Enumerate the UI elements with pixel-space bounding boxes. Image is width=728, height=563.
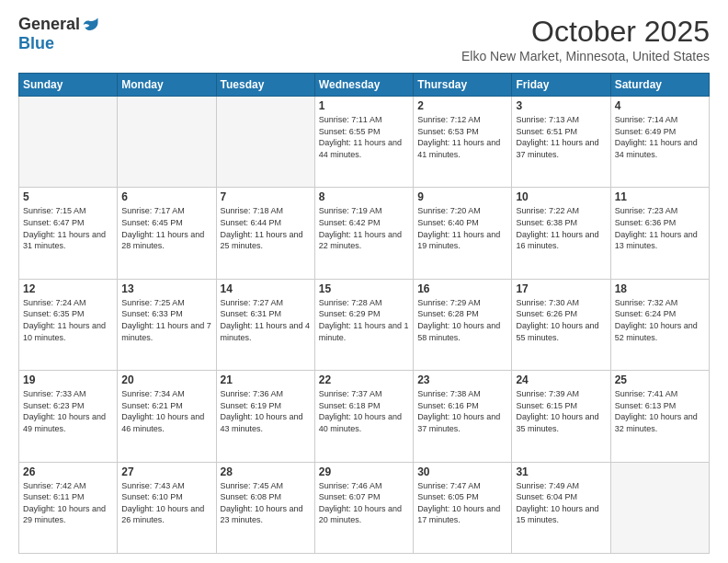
day-number: 23 xyxy=(417,373,507,386)
day-number: 30 xyxy=(417,465,507,478)
day-of-week-header: Saturday xyxy=(610,74,709,97)
day-info: Sunrise: 7:42 AMSunset: 6:11 PMDaylight:… xyxy=(23,480,113,526)
calendar-day-cell: 5Sunrise: 7:15 AMSunset: 6:47 PMDaylight… xyxy=(19,188,118,279)
day-number: 12 xyxy=(23,282,113,295)
day-number: 26 xyxy=(23,465,113,478)
day-info: Sunrise: 7:20 AMSunset: 6:40 PMDaylight:… xyxy=(417,205,507,251)
day-info: Sunrise: 7:11 AMSunset: 6:55 PMDaylight:… xyxy=(319,114,409,160)
calendar-table: SundayMondayTuesdayWednesdayThursdayFrid… xyxy=(18,73,710,554)
calendar-day-cell: 9Sunrise: 7:20 AMSunset: 6:40 PMDaylight… xyxy=(414,188,512,279)
calendar-day-cell: 13Sunrise: 7:25 AMSunset: 6:33 PMDayligh… xyxy=(118,279,216,370)
day-info: Sunrise: 7:27 AMSunset: 6:31 PMDaylight:… xyxy=(221,297,311,343)
calendar-day-cell: 14Sunrise: 7:27 AMSunset: 6:31 PMDayligh… xyxy=(216,279,314,370)
calendar-header-row: SundayMondayTuesdayWednesdayThursdayFrid… xyxy=(19,74,710,97)
day-info: Sunrise: 7:12 AMSunset: 6:53 PMDaylight:… xyxy=(417,114,507,160)
day-info: Sunrise: 7:39 AMSunset: 6:15 PMDaylight:… xyxy=(516,388,606,434)
day-number: 4 xyxy=(615,99,705,112)
day-number: 5 xyxy=(23,190,113,203)
day-number: 2 xyxy=(417,99,507,112)
day-info: Sunrise: 7:19 AMSunset: 6:42 PMDaylight:… xyxy=(319,205,409,251)
day-info: Sunrise: 7:25 AMSunset: 6:33 PMDaylight:… xyxy=(121,297,211,343)
calendar-day-cell: 10Sunrise: 7:22 AMSunset: 6:38 PMDayligh… xyxy=(512,188,610,279)
calendar-week-row: 1Sunrise: 7:11 AMSunset: 6:55 PMDaylight… xyxy=(19,97,710,188)
calendar-week-row: 19Sunrise: 7:33 AMSunset: 6:23 PMDayligh… xyxy=(19,371,710,462)
calendar-day-cell: 12Sunrise: 7:24 AMSunset: 6:35 PMDayligh… xyxy=(19,279,118,370)
calendar-day-cell: 8Sunrise: 7:19 AMSunset: 6:42 PMDaylight… xyxy=(314,188,413,279)
day-of-week-header: Wednesday xyxy=(314,74,413,97)
day-number: 19 xyxy=(23,373,113,386)
logo-bird-icon xyxy=(82,16,100,34)
day-number: 9 xyxy=(417,190,507,203)
day-info: Sunrise: 7:49 AMSunset: 6:04 PMDaylight:… xyxy=(516,480,606,526)
logo-general-text: General xyxy=(18,15,80,34)
day-number: 1 xyxy=(319,99,409,112)
calendar-day-cell: 30Sunrise: 7:47 AMSunset: 6:05 PMDayligh… xyxy=(414,462,512,553)
day-of-week-header: Tuesday xyxy=(216,74,314,97)
calendar-day-cell: 24Sunrise: 7:39 AMSunset: 6:15 PMDayligh… xyxy=(512,371,610,462)
calendar-day-cell: 2Sunrise: 7:12 AMSunset: 6:53 PMDaylight… xyxy=(414,97,512,188)
calendar-day-cell xyxy=(610,462,709,553)
day-info: Sunrise: 7:45 AMSunset: 6:08 PMDaylight:… xyxy=(221,480,311,526)
day-info: Sunrise: 7:36 AMSunset: 6:19 PMDaylight:… xyxy=(221,388,311,434)
calendar-week-row: 26Sunrise: 7:42 AMSunset: 6:11 PMDayligh… xyxy=(19,462,710,553)
calendar-day-cell: 28Sunrise: 7:45 AMSunset: 6:08 PMDayligh… xyxy=(216,462,314,553)
day-info: Sunrise: 7:29 AMSunset: 6:28 PMDaylight:… xyxy=(417,297,507,343)
day-number: 27 xyxy=(121,465,211,478)
calendar-day-cell: 19Sunrise: 7:33 AMSunset: 6:23 PMDayligh… xyxy=(19,371,118,462)
day-number: 17 xyxy=(516,282,606,295)
day-info: Sunrise: 7:32 AMSunset: 6:24 PMDaylight:… xyxy=(615,297,705,343)
day-info: Sunrise: 7:18 AMSunset: 6:44 PMDaylight:… xyxy=(221,205,311,251)
calendar-day-cell: 29Sunrise: 7:46 AMSunset: 6:07 PMDayligh… xyxy=(314,462,413,553)
calendar-day-cell: 1Sunrise: 7:11 AMSunset: 6:55 PMDaylight… xyxy=(314,97,413,188)
logo: General Blue xyxy=(18,15,100,53)
day-info: Sunrise: 7:13 AMSunset: 6:51 PMDaylight:… xyxy=(516,114,606,160)
day-number: 29 xyxy=(319,465,409,478)
day-number: 24 xyxy=(516,373,606,386)
calendar-day-cell: 18Sunrise: 7:32 AMSunset: 6:24 PMDayligh… xyxy=(610,279,709,370)
day-of-week-header: Sunday xyxy=(19,74,118,97)
calendar-day-cell: 25Sunrise: 7:41 AMSunset: 6:13 PMDayligh… xyxy=(610,371,709,462)
day-of-week-header: Monday xyxy=(118,74,216,97)
day-number: 20 xyxy=(121,373,211,386)
day-info: Sunrise: 7:28 AMSunset: 6:29 PMDaylight:… xyxy=(319,297,409,343)
day-info: Sunrise: 7:34 AMSunset: 6:21 PMDaylight:… xyxy=(121,388,211,434)
header: General Blue October 2025 Elko New Marke… xyxy=(18,15,710,63)
day-of-week-header: Thursday xyxy=(414,74,512,97)
page: General Blue October 2025 Elko New Marke… xyxy=(0,0,728,563)
calendar-week-row: 12Sunrise: 7:24 AMSunset: 6:35 PMDayligh… xyxy=(19,279,710,370)
day-number: 25 xyxy=(615,373,705,386)
day-number: 31 xyxy=(516,465,606,478)
day-of-week-header: Friday xyxy=(512,74,610,97)
calendar-day-cell: 21Sunrise: 7:36 AMSunset: 6:19 PMDayligh… xyxy=(216,371,314,462)
day-number: 8 xyxy=(319,190,409,203)
day-info: Sunrise: 7:47 AMSunset: 6:05 PMDaylight:… xyxy=(417,480,507,526)
day-info: Sunrise: 7:14 AMSunset: 6:49 PMDaylight:… xyxy=(615,114,705,160)
calendar-day-cell: 16Sunrise: 7:29 AMSunset: 6:28 PMDayligh… xyxy=(414,279,512,370)
calendar-day-cell: 7Sunrise: 7:18 AMSunset: 6:44 PMDaylight… xyxy=(216,188,314,279)
calendar-day-cell xyxy=(216,97,314,188)
day-info: Sunrise: 7:15 AMSunset: 6:47 PMDaylight:… xyxy=(23,205,113,251)
day-number: 22 xyxy=(319,373,409,386)
day-info: Sunrise: 7:22 AMSunset: 6:38 PMDaylight:… xyxy=(516,205,606,251)
day-number: 14 xyxy=(221,282,311,295)
calendar-day-cell: 31Sunrise: 7:49 AMSunset: 6:04 PMDayligh… xyxy=(512,462,610,553)
month-title: October 2025 xyxy=(461,15,710,49)
calendar-day-cell: 17Sunrise: 7:30 AMSunset: 6:26 PMDayligh… xyxy=(512,279,610,370)
day-number: 3 xyxy=(516,99,606,112)
day-number: 13 xyxy=(121,282,211,295)
day-info: Sunrise: 7:43 AMSunset: 6:10 PMDaylight:… xyxy=(121,480,211,526)
day-info: Sunrise: 7:33 AMSunset: 6:23 PMDaylight:… xyxy=(23,388,113,434)
day-info: Sunrise: 7:46 AMSunset: 6:07 PMDaylight:… xyxy=(319,480,409,526)
calendar-day-cell: 23Sunrise: 7:38 AMSunset: 6:16 PMDayligh… xyxy=(414,371,512,462)
day-info: Sunrise: 7:37 AMSunset: 6:18 PMDaylight:… xyxy=(319,388,409,434)
day-info: Sunrise: 7:41 AMSunset: 6:13 PMDaylight:… xyxy=(615,388,705,434)
day-number: 28 xyxy=(221,465,311,478)
day-number: 18 xyxy=(615,282,705,295)
day-info: Sunrise: 7:23 AMSunset: 6:36 PMDaylight:… xyxy=(615,205,705,251)
location: Elko New Market, Minnesota, United State… xyxy=(461,49,710,63)
day-info: Sunrise: 7:38 AMSunset: 6:16 PMDaylight:… xyxy=(417,388,507,434)
day-number: 16 xyxy=(417,282,507,295)
calendar-day-cell: 3Sunrise: 7:13 AMSunset: 6:51 PMDaylight… xyxy=(512,97,610,188)
title-section: October 2025 Elko New Market, Minnesota,… xyxy=(461,15,710,63)
day-number: 15 xyxy=(319,282,409,295)
